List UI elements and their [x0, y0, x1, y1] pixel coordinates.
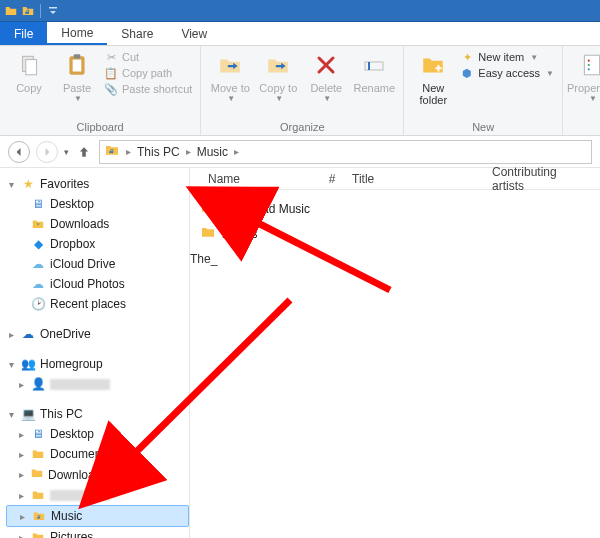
- easy-access-button[interactable]: ⬢ Easy access ▼: [460, 66, 554, 80]
- tree-this-pc[interactable]: ▾ 💻 This PC: [6, 404, 189, 424]
- back-button[interactable]: [8, 141, 30, 163]
- pictures-icon: [30, 529, 46, 538]
- cut-icon: ✂: [104, 50, 118, 64]
- tab-file[interactable]: File: [0, 22, 47, 45]
- tree-desktop[interactable]: 🖥 Desktop: [6, 194, 189, 214]
- expander-icon[interactable]: ▸: [16, 429, 26, 440]
- expander-icon[interactable]: ▸: [17, 511, 27, 522]
- copy-icon: [13, 50, 45, 80]
- expander-icon[interactable]: ▸: [16, 379, 26, 390]
- cloud-icon: ☁: [30, 276, 46, 292]
- tree-item-redacted[interactable]: ▸: [6, 485, 189, 505]
- homegroup-icon: 👥: [20, 356, 36, 372]
- chevron-down-icon: ▼: [589, 94, 597, 103]
- breadcrumb-this-pc[interactable]: This PC: [137, 145, 180, 159]
- downloads-icon: [30, 466, 44, 483]
- new-item-icon: ✦: [460, 50, 474, 64]
- breadcrumb-music[interactable]: Music: [197, 145, 228, 159]
- tab-home[interactable]: Home: [47, 22, 107, 45]
- expander-icon[interactable]: ▾: [6, 359, 16, 370]
- svg-rect-5: [365, 62, 383, 70]
- svg-point-8: [588, 60, 590, 62]
- chevron-right-icon[interactable]: ▸: [184, 146, 193, 157]
- svg-rect-4: [74, 54, 81, 58]
- new-folder-icon: [417, 50, 449, 80]
- tab-view[interactable]: View: [167, 22, 221, 45]
- svg-rect-1: [26, 60, 37, 75]
- tree-dropbox[interactable]: ◆ Dropbox: [6, 234, 189, 254]
- folder-icon: [200, 199, 216, 218]
- tree-icloud-drive[interactable]: ☁ iCloud Drive: [6, 254, 189, 274]
- column-name[interactable]: Name: [200, 172, 320, 186]
- forward-button[interactable]: [36, 141, 58, 163]
- music-folder-icon: [104, 142, 120, 161]
- copy-path-button[interactable]: 📋 Copy path: [104, 66, 192, 80]
- arrow-left-icon: [13, 146, 25, 158]
- chevron-down-icon: ▼: [323, 94, 331, 103]
- tree-homegroup[interactable]: ▾ 👥 Homegroup: [6, 354, 189, 374]
- expander-icon[interactable]: ▸: [16, 449, 26, 460]
- folder-icon: [30, 487, 46, 503]
- delete-button[interactable]: Delete ▼: [305, 50, 347, 103]
- tree-item-pictures[interactable]: ▸ Pictures: [6, 527, 189, 538]
- expander-icon[interactable]: ▸: [6, 329, 16, 340]
- rename-button[interactable]: Rename: [353, 50, 395, 94]
- ribbon-group-new: New folder ✦ New item ▼ ⬢ Easy access ▼ …: [404, 46, 563, 135]
- qat-overflow-icon[interactable]: [46, 4, 60, 18]
- paste-shortcut-button[interactable]: 📎 Paste shortcut: [104, 82, 192, 96]
- tree-item-music[interactable]: ▸ Music: [6, 505, 189, 527]
- tree-item-documents[interactable]: ▸ Documents: [6, 444, 189, 464]
- expander-icon[interactable]: ▸: [16, 490, 26, 501]
- tree-onedrive[interactable]: ▸ ☁ OneDrive: [6, 324, 189, 344]
- move-to-icon: [214, 50, 246, 80]
- tree-item-desktop[interactable]: ▸ 🖥 Desktop: [6, 424, 189, 444]
- new-item-button[interactable]: ✦ New item ▼: [460, 50, 554, 64]
- expander-icon[interactable]: ▾: [6, 409, 16, 420]
- arrow-up-icon: [77, 145, 91, 159]
- up-button[interactable]: [75, 143, 93, 161]
- expander-icon[interactable]: ▾: [6, 179, 16, 190]
- copy-to-button[interactable]: Copy to ▼: [257, 50, 299, 103]
- paste-icon: [61, 50, 93, 80]
- copy-button[interactable]: Copy: [8, 50, 50, 94]
- expander-icon[interactable]: ▸: [16, 532, 26, 539]
- svg-point-9: [588, 64, 590, 66]
- chevron-right-icon[interactable]: ▸: [124, 146, 133, 157]
- cloud-icon: ☁: [30, 256, 46, 272]
- svg-rect-6: [368, 62, 370, 70]
- chevron-down-icon: ▼: [275, 94, 283, 103]
- file-list[interactable]: Download Music iTunes: [190, 190, 600, 252]
- downloads-icon: [30, 216, 46, 232]
- ribbon: Copy Paste ▼ ✂ Cut 📋 Copy path: [0, 46, 600, 136]
- tree-item-downloads[interactable]: ▸ Downloads: [6, 464, 189, 485]
- navigation-pane[interactable]: ▾ ★ Favorites 🖥 Desktop Downloads ◆ Drop…: [0, 168, 190, 538]
- breadcrumb[interactable]: ▸ This PC ▸ Music ▸: [99, 140, 592, 164]
- chevron-right-icon[interactable]: ▸: [232, 146, 241, 157]
- new-folder-button[interactable]: New folder: [412, 50, 454, 106]
- tree-downloads[interactable]: Downloads: [6, 214, 189, 234]
- content-pane: Name # Title Contributing artists Downlo…: [190, 168, 600, 538]
- column-contributing-artists[interactable]: Contributing artists: [484, 165, 600, 193]
- cut-button[interactable]: ✂ Cut: [104, 50, 192, 64]
- column-number[interactable]: #: [320, 172, 344, 186]
- list-item[interactable]: Download Music: [200, 196, 590, 221]
- svg-rect-7: [584, 55, 599, 75]
- tree-favorites[interactable]: ▾ ★ Favorites: [6, 174, 189, 194]
- music-folder-icon: [31, 508, 47, 524]
- properties-button[interactable]: Properties ▼: [571, 50, 600, 103]
- column-title[interactable]: Title: [344, 172, 484, 186]
- chevron-down-icon: ▼: [74, 94, 82, 103]
- tree-recent-places[interactable]: 🕑 Recent places: [6, 294, 189, 314]
- tab-share[interactable]: Share: [107, 22, 167, 45]
- folder-icon: [4, 4, 18, 18]
- tree-icloud-photos[interactable]: ☁ iCloud Photos: [6, 274, 189, 294]
- group-label-organize: Organize: [209, 119, 395, 133]
- recent-locations-button[interactable]: ▾: [64, 147, 69, 157]
- easy-access-icon: ⬢: [460, 66, 474, 80]
- move-to-button[interactable]: Move to ▼: [209, 50, 251, 103]
- paste-button[interactable]: Paste ▼: [56, 50, 98, 103]
- recent-icon: 🕑: [30, 296, 46, 312]
- expander-icon[interactable]: ▸: [16, 469, 26, 480]
- tree-home-user[interactable]: ▸ 👤: [6, 374, 189, 394]
- list-item[interactable]: iTunes: [200, 221, 590, 246]
